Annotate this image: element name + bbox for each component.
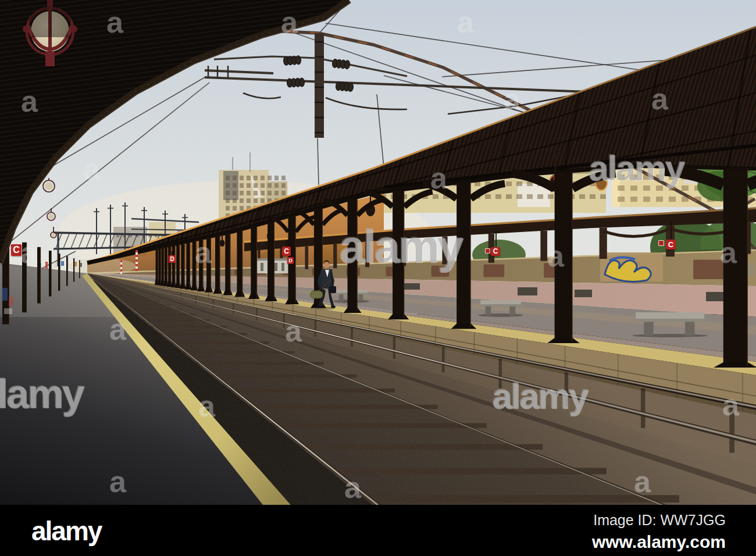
- alamy-logo: alamy: [31, 515, 101, 547]
- stock-photo-page: alamyalamyalamyalamyaaaaaaaaaaaaaaaaaaa …: [0, 0, 756, 556]
- platform-sector-sign: C: [666, 240, 676, 250]
- platform-sector-sign: C: [282, 247, 291, 256]
- platform-sector-sign: C: [11, 244, 22, 256]
- station-scene: [0, 0, 756, 505]
- platform-sign-mini: [658, 240, 664, 246]
- image-id-label: Image ID: WW7JGG: [592, 512, 726, 529]
- platform-sector-sign: D: [287, 257, 294, 264]
- station-photo: [0, 0, 756, 505]
- platform-sign-mini: [485, 248, 490, 254]
- platform-sector-sign: C: [491, 247, 500, 256]
- platform-sector-sign: D: [169, 255, 176, 263]
- alamy-url: www.alamy.com: [592, 532, 726, 552]
- alamy-footer-bar: alamy Image ID: WW7JGG www.alamy.com: [0, 505, 756, 556]
